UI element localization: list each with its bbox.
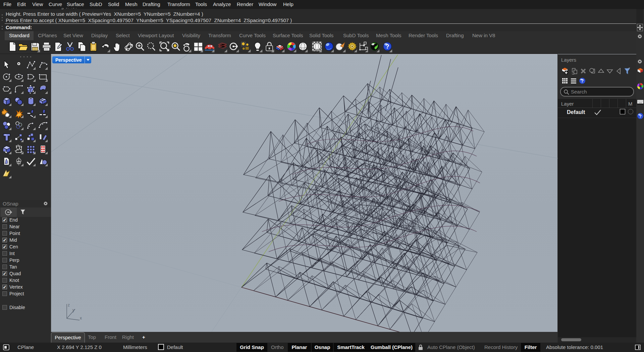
svg-text:?: ?: [639, 114, 642, 119]
svg-text:x: x: [80, 316, 82, 320]
svg-text:?: ?: [385, 43, 389, 50]
svg-text:y: y: [72, 308, 74, 312]
svg-text:z: z: [68, 303, 70, 307]
svg-text:?: ?: [581, 78, 584, 83]
